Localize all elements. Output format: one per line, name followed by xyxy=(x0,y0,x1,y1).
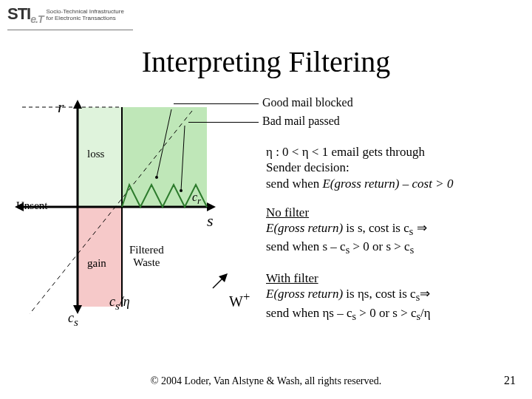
loss-label: loss xyxy=(87,148,104,160)
gain-label: gain xyxy=(87,257,106,270)
copyright-footer: © 2004 Loder, Van Alstyne & Wash, all ri… xyxy=(0,375,532,387)
cs-label: cs xyxy=(68,310,78,329)
no-filter-rule: send when s – cs > 0 or s > cs xyxy=(266,239,525,257)
logo-mark-sub: e.T xyxy=(30,13,43,25)
page-number: 21 xyxy=(504,374,516,387)
logo-mark: STIe.T xyxy=(7,4,43,25)
leader-label-good-blocked: Good mail blocked xyxy=(262,96,353,109)
svg-marker-4 xyxy=(73,100,82,109)
filtering-diagram: r s Unsent loss gain Filtered Waste cr c… xyxy=(15,96,259,340)
filtered-waste-label: Filtered Waste xyxy=(129,244,164,269)
w-plus-label: W+ xyxy=(229,290,250,310)
diagram-svg xyxy=(15,96,259,340)
axis-r-label: r xyxy=(58,98,64,117)
svg-marker-8 xyxy=(207,202,216,211)
svg-point-13 xyxy=(155,176,158,179)
svg-point-14 xyxy=(180,189,183,192)
logo-tag-2: for Electronic Transactions xyxy=(46,15,123,21)
no-filter-block: No filter E(gross return) is s, cost is … xyxy=(266,205,525,257)
with-filter-return: E(gross return) is ηs, cost is cs⇒ xyxy=(266,286,525,304)
brand-logo: STIe.T Socio-Technical Infrastructure fo… xyxy=(7,4,124,25)
logo-mark-main: STI xyxy=(7,4,30,23)
leader-label-bad-passed: Bad mail passed xyxy=(262,115,340,128)
logo-underline xyxy=(7,30,133,30)
slide-title: Interpreting Filtering xyxy=(0,44,532,79)
no-filter-return: E(gross return) is s, cost is cs ⇒ xyxy=(266,220,525,239)
axis-s-label: s xyxy=(207,211,214,231)
sender-decision-label: Sender decision: xyxy=(266,160,525,175)
explanation-text: η : 0 < η < 1 email gets through Sender … xyxy=(266,144,525,337)
sender-decision-rule: send when E(gross return) – cost > 0 xyxy=(266,176,525,191)
no-filter-heading: No filter xyxy=(266,205,525,220)
defn-block: η : 0 < η < 1 email gets through Sender … xyxy=(266,144,525,191)
logo-tagline: Socio-Technical Infrastructure for Elect… xyxy=(46,8,123,21)
with-filter-heading: With filter xyxy=(266,270,525,286)
unsent-label: Unsent xyxy=(16,200,48,212)
eta-defn: η : 0 < η < 1 email gets through xyxy=(266,144,525,160)
with-filter-block: With filter E(gross return) is ηs, cost … xyxy=(266,270,525,323)
leader-line-1 xyxy=(174,103,259,104)
with-filter-rule: send when ηs – cs > 0 or s > cs/η xyxy=(266,305,525,324)
cs-over-eta-label: cs/η xyxy=(109,294,130,313)
cr-label: cr xyxy=(192,191,201,207)
logo-tag-1: Socio-Technical Infrastructure xyxy=(46,8,123,15)
leader-line-2 xyxy=(188,122,259,123)
